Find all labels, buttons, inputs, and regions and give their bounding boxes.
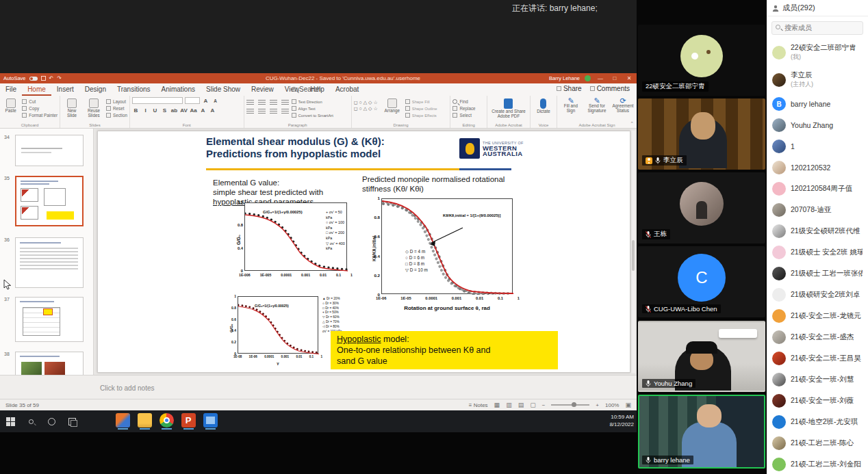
taskbar-app-photos[interactable] [200,413,220,430]
menu-tab[interactable]: Slide Show [201,84,246,96]
account-name[interactable]: Barry Lehane [549,75,580,81]
reset-button[interactable]: Reset [106,106,127,111]
paragraph-extra-button[interactable]: Align Text [292,106,333,111]
zoom-out-button[interactable]: − [542,402,546,408]
participant-row[interactable]: 1 [767,136,868,157]
menu-tab[interactable]: File [0,84,22,96]
font-format-button[interactable]: B [132,107,140,114]
participant-row[interactable]: 1202120584周子值 [767,179,868,200]
fill-and-sign-button[interactable]: ✎Fill and Sign [559,97,583,113]
menu-tab[interactable]: Review [246,84,279,96]
video-tile-youhu-zhang[interactable]: Youhu Zhang [638,321,765,392]
slide-thumbnail-36[interactable] [15,237,84,288]
save-icon[interactable] [41,76,46,81]
shape-outline-button[interactable]: Shape Outline [405,106,437,111]
numbering-icon[interactable] [258,100,266,105]
bullets-icon[interactable] [246,100,254,105]
shapes-gallery[interactable]: ◻○△◇☆ ◻○△◇☆ [354,97,379,111]
participant-row[interactable]: 22硕安全二班邵宁胄 (我) [767,39,868,66]
search-members-input[interactable] [771,21,863,35]
close-button[interactable]: ✕ [624,75,634,81]
slide-thumbnail-34[interactable] [15,135,84,166]
menu-tab[interactable]: Insert [51,84,79,96]
start-button[interactable] [0,417,21,426]
participant-row[interactable]: 21硕-安全二班-龙镜元 [767,306,868,327]
comments-button[interactable]: Comments [590,85,630,92]
shrink-font-button[interactable]: A [212,98,219,103]
menu-tab[interactable]: Transitions [112,84,156,96]
font-format-button[interactable]: A [209,107,216,114]
video-tile-shao-ningzhou[interactable]: 22硕安全二班邵宁胄 [638,25,765,96]
send-for-signature-button[interactable]: ✎Send for Signature [585,97,609,113]
font-format-button[interactable]: AV [180,107,188,114]
participant-row[interactable]: 李立辰 (主持人) [767,66,868,94]
participant-row[interactable]: 21硕-安全二班-盛杰 [767,327,868,348]
dictate-button[interactable]: Dictate [533,97,554,114]
collapse-ribbon-icon[interactable]: ⌃ [630,121,634,127]
participant-row[interactable]: Youhu Zhang [767,115,868,136]
maximize-button[interactable]: □ [610,75,620,81]
menu-tab[interactable]: Acrobat [330,84,364,96]
agreement-status-button[interactable]: ⟳Agreement Status [611,97,635,113]
select-button[interactable]: Select [452,113,475,118]
create-pdf-button[interactable]: Create and Share Adobe PDF [489,97,528,119]
slide-canvas[interactable]: Elemental shear modulus (G) & (Kθ): Pred… [97,131,630,373]
find-button[interactable]: Find [452,99,475,104]
arrange-button[interactable]: Arrange [382,97,403,114]
ribbon-search[interactable]: Search [292,85,321,95]
paragraph-extra-button[interactable]: Text Direction [292,99,333,104]
taskbar-app-file-explorer[interactable] [134,413,155,430]
slide-thumbnail-37[interactable] [15,297,84,342]
align-left-icon[interactable] [246,109,254,114]
undo-icon[interactable]: ↶ [49,75,54,81]
cortana-button[interactable] [41,418,62,425]
layout-button[interactable]: Layout [106,99,127,104]
zoom-slider[interactable] [551,404,589,406]
zoom-in-button[interactable]: + [596,402,599,408]
replace-button[interactable]: Replace [452,106,475,111]
font-format-button[interactable]: I [142,107,149,114]
font-name-select[interactable] [132,97,183,104]
participant-row[interactable]: 21硕-工岩二班-刘金阳 [767,454,868,474]
taskbar-app-powerpoint[interactable]: P [178,413,199,430]
participant-row[interactable]: 21硕-安全二班-王昌昊 [767,348,868,369]
participant-row[interactable]: 207078-迪亚 [767,200,868,221]
notes-pane[interactable]: Click to add notes [0,375,637,399]
video-tile-li-lichen[interactable]: 李立辰 [638,98,765,170]
participant-row[interactable]: 21硕-安全一班-刘薇 [767,391,868,412]
cut-button[interactable]: Cut [22,99,58,104]
align-center-icon[interactable] [258,109,266,114]
shape-fill-button[interactable]: Shape Fill [405,99,437,104]
shape-effects-button[interactable]: Shape Effects [405,113,437,118]
font-format-button[interactable]: U [151,107,159,114]
menu-tab[interactable]: Home [22,84,51,96]
menu-tab[interactable]: Design [79,84,112,96]
fit-to-window-icon[interactable]: ▣ [625,401,631,408]
participant-row[interactable]: 21级硕士 安全2班 姚瑞 [767,242,868,263]
taskbar-app-meeting[interactable] [112,413,133,430]
scrollbar-thumb[interactable] [632,240,635,271]
redo-icon[interactable]: ↷ [57,75,62,81]
task-view-button[interactable] [62,418,82,425]
new-slide-button[interactable]: New Slide [62,97,81,118]
align-right-icon[interactable] [270,109,277,114]
slide-scrollbar[interactable] [631,131,635,373]
zoom-slider-knob[interactable] [572,402,576,407]
taskbar-clock[interactable]: 10:59 AM 8/12/2022 [609,413,634,428]
participant-row[interactable]: 1202120532 [767,157,868,179]
font-size-select[interactable] [185,97,200,104]
copy-button[interactable]: Copy [22,106,58,111]
indent-increase-icon[interactable] [281,100,289,105]
justify-icon[interactable] [281,109,289,114]
format-painter-button[interactable]: Format Painter [22,113,58,118]
taskbar-search-button[interactable] [21,419,41,424]
account-avatar[interactable] [585,75,591,81]
notes-toggle-button[interactable]: ≡ Notes [469,402,488,408]
participant-row[interactable]: 21级安全硕研2班代维 [767,221,868,242]
grow-font-button[interactable]: A [202,98,209,104]
participant-row[interactable]: 21级硕士 工岩一班张依杰 [767,263,868,285]
participant-row[interactable]: 21硕-安全一班-刘慧 [767,369,868,391]
section-button[interactable]: Section [106,113,127,118]
indent-decrease-icon[interactable] [270,100,277,105]
menu-tab[interactable]: Animations [156,84,201,96]
